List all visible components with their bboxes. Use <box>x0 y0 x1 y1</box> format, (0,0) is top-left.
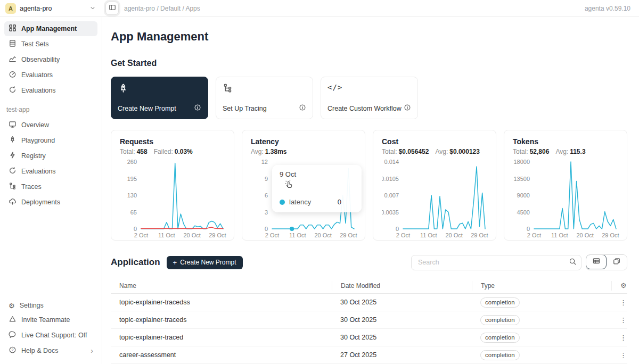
svg-text:2 Oct: 2 Oct <box>265 232 279 238</box>
table-view-button[interactable] <box>586 254 607 269</box>
app-name[interactable]: topic-explainer-traced <box>111 334 332 341</box>
sidebar-item-help-docs[interactable]: ? Help & Docs › <box>4 343 97 358</box>
sidebar: App Management Test Sets Observability E… <box>0 17 102 364</box>
get-started-title: Get Started <box>111 59 627 68</box>
sidebar-spacer <box>4 210 97 299</box>
chart-line-icon <box>9 55 17 64</box>
refresh-icon <box>9 167 17 176</box>
row-menu-icon[interactable]: ⋮ <box>620 334 627 342</box>
cursor-hand-icon <box>284 179 294 192</box>
application-table: Name Date Modified Type ⚙ topic-explaine… <box>111 278 627 364</box>
create-new-prompt-card[interactable]: Create New Prompt <box>111 77 208 119</box>
sidebar-item-label: Observability <box>21 56 60 63</box>
stat-label: Total: <box>513 148 528 155</box>
column-name[interactable]: Name <box>111 281 332 291</box>
svg-text:0: 0 <box>134 226 137 232</box>
create-custom-workflow-card[interactable]: </> Create Custom Workflow <box>321 77 418 119</box>
breadcrumb[interactable]: agenta-pro / Default / Apps <box>124 5 200 12</box>
sidebar-item-label: Deployments <box>21 198 60 206</box>
row-menu-icon[interactable]: ⋮ <box>620 351 627 359</box>
workspace-name: agenta-pro <box>20 5 86 12</box>
sidebar-item-live-chat-support[interactable]: Live Chat Support: Off <box>4 328 97 343</box>
test-sets-icon <box>9 39 17 49</box>
get-started-cards: Create New Prompt Set Up Tracing <box>111 77 627 119</box>
row-menu-icon[interactable]: ⋮ <box>620 299 627 307</box>
tokens-chart: 04500900013500180002 Oct11 Oct20 Oct29 O… <box>513 159 619 239</box>
sidebar-item-deployments[interactable]: Deployments <box>4 195 97 210</box>
table-row[interactable]: career-assessment 27 Oct 2025 completion… <box>111 346 627 364</box>
stat-value: 1.38ms <box>265 148 287 155</box>
card-view-button[interactable] <box>606 255 627 270</box>
column-date-modified[interactable]: Date Modified <box>332 281 472 291</box>
svg-text:11 Oct: 11 Oct <box>551 232 568 238</box>
svg-text:29 Oct: 29 Oct <box>602 232 619 238</box>
create-new-prompt-button[interactable]: + Create New Prompt <box>167 256 243 269</box>
sidebar-item-evaluators[interactable]: Evaluators <box>4 68 97 82</box>
row-menu-icon[interactable]: ⋮ <box>620 316 627 324</box>
svg-text:12: 12 <box>261 159 268 165</box>
stat-label: Avg: <box>435 148 448 155</box>
column-type[interactable]: Type <box>472 281 611 291</box>
sidebar-item-label: Help & Docs <box>21 347 58 354</box>
app-name[interactable]: topic-explainer-traceds <box>111 316 332 324</box>
app-date: 30 Oct 2025 <box>332 299 472 306</box>
panel-left-icon <box>109 4 116 13</box>
svg-text:29 Oct: 29 Oct <box>471 232 488 238</box>
sidebar-item-app-evaluations[interactable]: Evaluations <box>4 164 97 179</box>
table-row[interactable]: topic-explainer-traceds 30 Oct 2025 comp… <box>111 311 627 329</box>
app-date: 27 Oct 2025 <box>332 351 472 359</box>
search-icon[interactable] <box>569 258 577 268</box>
sidebar-item-test-sets[interactable]: Test Sets <box>4 37 97 52</box>
sidebar-item-label: Evaluations <box>21 168 56 175</box>
sidebar-item-traces[interactable]: Traces <box>4 179 97 194</box>
app-name[interactable]: career-assessment <box>111 351 332 359</box>
svg-text:9000: 9000 <box>517 192 530 198</box>
sidebar-item-label: Settings <box>20 302 44 309</box>
sidebar-item-invite-teammate[interactable]: Invite Teammate <box>4 312 97 327</box>
table-row[interactable]: topic-explainer-tracedss 30 Oct 2025 com… <box>111 294 627 311</box>
svg-text:20 Oct: 20 Oct <box>576 232 593 238</box>
stat-label: Avg: <box>555 148 568 155</box>
sidebar-item-label: Invite Teammate <box>21 316 70 324</box>
chart-title: Cost <box>382 137 487 146</box>
set-up-tracing-card[interactable]: Set Up Tracing <box>216 77 313 119</box>
sidebar-item-app-management[interactable]: App Management <box>4 21 97 36</box>
svg-text:2 Oct: 2 Oct <box>527 232 541 238</box>
sidebar-item-label: Traces <box>21 183 42 191</box>
table-row[interactable]: topic-explainer-traced 30 Oct 2025 compl… <box>111 329 627 346</box>
gauge-icon <box>9 70 17 80</box>
app-name[interactable]: topic-explainer-tracedss <box>111 299 332 306</box>
svg-text:18000: 18000 <box>513 159 530 165</box>
grid-icon <box>9 24 17 34</box>
info-icon[interactable] <box>194 104 201 113</box>
app-date: 30 Oct 2025 <box>332 316 472 324</box>
sidebar-item-registry[interactable]: Registry <box>4 148 97 163</box>
search-input[interactable] <box>418 259 569 266</box>
svg-text:20 Oct: 20 Oct <box>314 232 331 238</box>
sidebar-item-settings[interactable]: ⚙ Settings <box>4 299 97 312</box>
sidebar-collapse-button[interactable] <box>105 2 119 15</box>
refresh-icon <box>9 86 17 95</box>
application-title: Application <box>111 257 160 268</box>
sidebar-item-evaluations[interactable]: Evaluations <box>4 83 97 98</box>
svg-text:0: 0 <box>396 226 399 232</box>
gear-icon: ⚙ <box>9 302 15 309</box>
application-header: Application + Create New Prompt <box>111 254 627 270</box>
plus-icon: + <box>173 259 177 266</box>
sidebar-item-observability[interactable]: Observability <box>4 52 97 67</box>
type-badge: completion <box>480 297 520 308</box>
sidebar-item-overview[interactable]: Overview <box>4 118 97 133</box>
table-settings-gear-icon[interactable]: ⚙ <box>611 281 634 291</box>
stat-value: 115.3 <box>570 148 585 155</box>
sidebar-item-label: Evaluations <box>21 87 56 94</box>
info-icon[interactable] <box>299 104 306 113</box>
svg-text:3: 3 <box>265 209 268 216</box>
workspace-selector[interactable]: A agenta-pro <box>0 3 102 14</box>
card-label: Set Up Tracing <box>223 105 267 112</box>
info-icon[interactable] <box>404 104 411 113</box>
svg-text:0.0035: 0.0035 <box>382 209 399 216</box>
svg-text:13500: 13500 <box>513 176 530 182</box>
sidebar-item-label: Test Sets <box>21 40 48 48</box>
sidebar-item-playground[interactable]: Playground <box>4 133 97 148</box>
rocket-icon <box>118 83 201 96</box>
